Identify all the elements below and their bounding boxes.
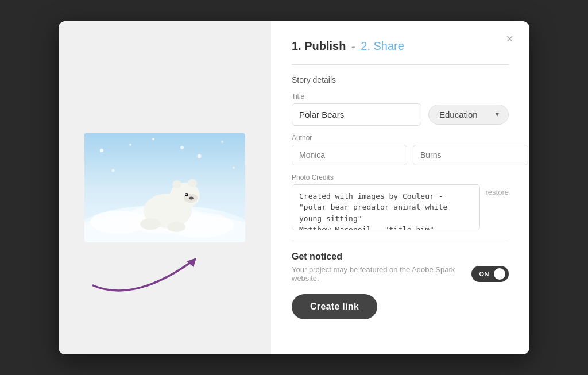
step2-label: 2. Share [361,40,404,52]
svg-point-12 [185,194,187,195]
get-noticed-section: Get noticed Your project may be featured… [292,252,509,283]
svg-point-22 [140,218,161,230]
close-button[interactable]: × [501,30,518,48]
get-noticed-row: Your project may be featured on the Adob… [292,265,509,283]
publish-dialog: × 1. Publish - 2. Share Story details Ti… [59,21,529,354]
svg-point-13 [189,196,194,199]
author-first-input[interactable] [292,145,407,165]
svg-point-15 [129,144,131,146]
svg-point-20 [233,167,235,169]
toggle-on-label: ON [479,270,490,277]
right-panel: × 1. Publish - 2. Share Story details Ti… [271,21,529,354]
svg-point-18 [112,169,115,172]
title-field-label: Title [292,92,509,100]
category-dropdown[interactable]: Education ▾ [428,105,509,125]
toggle-on-knob [494,268,505,280]
svg-marker-24 [187,258,196,267]
chevron-down-icon: ▾ [496,110,499,118]
photo-credits-label: Photo Credits [292,173,509,181]
get-noticed-title: Get noticed [292,252,509,262]
photo-credits-textarea[interactable]: Created with images by <span class="coul… [292,184,480,230]
svg-point-9 [188,179,197,187]
svg-point-14 [100,149,103,152]
arrow-annotation [76,239,248,308]
get-noticed-toggle-on[interactable]: ON [471,266,509,282]
step-separator: - [351,40,355,52]
svg-point-8 [172,180,181,188]
svg-point-23 [167,222,185,232]
get-noticed-desc: Your project may be featured on the Adob… [292,265,471,283]
author-row: OFF [292,145,509,165]
category-value: Education [439,110,478,119]
left-panel [59,21,271,354]
svg-point-19 [152,138,154,140]
title-row: Education ▾ [292,103,509,126]
author-last-input[interactable] [413,145,528,165]
restore-button[interactable]: restore [486,187,509,198]
step1-label: 1. Publish [292,40,346,52]
photo-credits-row: Created with images by <span class="coul… [292,184,509,230]
svg-point-21 [180,146,184,149]
svg-point-11 [185,193,188,196]
header-divider [292,64,509,65]
title-input[interactable] [292,103,421,126]
dialog-header: 1. Publish - 2. Share [292,40,509,53]
create-link-button[interactable]: Create link [292,294,377,319]
svg-point-16 [198,154,202,158]
story-details-label: Story details [292,75,509,84]
svg-point-17 [221,141,223,143]
story-preview-image [84,133,245,242]
author-field-label: Author [292,134,509,142]
section-divider [292,241,509,241]
